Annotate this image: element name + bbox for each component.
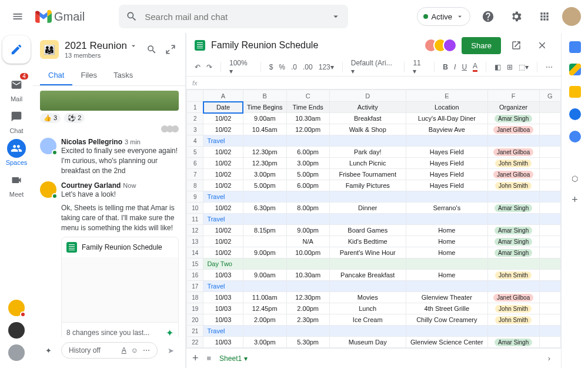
search-input[interactable] [145,12,323,22]
cell[interactable]: 3.00pm [286,158,329,169]
cell[interactable]: Home [406,270,487,281]
cell[interactable]: 5.00pm [243,180,286,191]
cell[interactable]: 5.00pm [286,169,329,180]
help-icon[interactable] [477,6,499,27]
col-header[interactable]: B [243,90,286,102]
mini-avatar[interactable] [8,300,25,316]
cell[interactable]: 6.00pm [286,180,329,191]
cell[interactable]: 10/02 [203,169,243,180]
table-row[interactable]: 15Day Two [187,258,561,270]
share-button[interactable]: Share [462,37,501,54]
header-cell[interactable]: Activity [329,102,406,113]
currency-icon[interactable]: $ [269,63,273,71]
cell[interactable]: Walk & Shop [329,124,406,135]
nav-spaces[interactable]: Spaces [0,137,33,168]
cell[interactable]: Home [406,225,487,236]
cell[interactable]: Movies [329,292,406,303]
col-header[interactable] [187,90,203,102]
table-row[interactable]: 1010/026.30pm8.00pmDinnerSerrano'sAmar S… [187,203,561,214]
reaction[interactable]: 👍 3 [40,113,61,123]
formula-bar[interactable]: fx [186,77,561,89]
cell[interactable]: Frisbee Tournament [329,169,406,180]
cell[interactable]: 6.30pm [243,203,286,214]
cell[interactable]: 10/02 [203,180,243,191]
cell[interactable]: Lunch Picnic [329,158,406,169]
cell[interactable]: 10/03 [203,270,243,281]
cell[interactable]: Ice Cream [329,314,406,326]
cell[interactable]: 9.00am [243,270,286,281]
cell[interactable]: 5.30pm [286,337,329,348]
table-row[interactable]: 9Travel [187,191,561,203]
table-row[interactable]: 1410/029.00pm10.00pmParent's Wine HourHo… [187,247,561,258]
table-row[interactable]: 510/0212.30pm6.00pmPark day!Hayes FieldJ… [187,147,561,158]
cell[interactable]: 10/02 [203,124,243,135]
cell[interactable]: Amar Singh [487,203,539,214]
reaction[interactable]: ⚽ 2 [64,113,85,123]
cell[interactable]: 3.00pm [243,169,286,180]
send-icon[interactable]: ➤ [162,342,179,359]
cell[interactable]: N/A [286,236,329,247]
tasks-icon[interactable] [569,108,581,120]
cell[interactable]: 3.00pm [243,337,286,348]
calendar-icon[interactable] [569,41,581,53]
drive-icon[interactable] [569,64,581,75]
cell[interactable]: 12.30pm [286,292,329,303]
sheet-tab[interactable]: Sheet1 ▾ [219,354,248,363]
cell[interactable]: Janet Gilboa [487,292,539,303]
cell[interactable]: 11.00am [243,292,286,303]
cell[interactable]: Glenview Theater [406,292,487,303]
contacts-icon[interactable] [569,131,581,142]
nav-meet[interactable]: Meet [0,168,33,200]
open-external-icon[interactable] [506,35,527,56]
gmail-logo[interactable]: Gmail [35,10,85,24]
table-row[interactable]: 310/0210.45am12.00pmWalk & ShopBayview A… [187,124,561,135]
cell[interactable]: Hayes Field [406,158,487,169]
fill-icon[interactable]: ◧ [495,63,501,71]
cell[interactable]: 6.00pm [286,147,329,158]
avatar[interactable] [40,138,56,154]
col-header[interactable]: D [329,90,406,102]
cell[interactable]: Amar Singh [487,113,539,124]
cell[interactable]: John Smith [487,314,539,326]
nav-mail[interactable]: Mail4 [0,73,33,105]
text-color-icon[interactable]: A [473,62,477,72]
cell[interactable]: 10/03 [203,314,243,326]
header-cell[interactable]: Organizer [487,102,539,113]
cell[interactable]: 10.30am [286,270,329,281]
cell[interactable]: 9.00am [243,113,286,124]
more-icon[interactable]: ⋯ [143,346,150,354]
cell[interactable]: Glenview Science Center [406,337,487,348]
cell[interactable]: Board Games [329,225,406,236]
apps-icon[interactable] [534,6,555,27]
col-header[interactable]: E [406,90,487,102]
cell[interactable]: 12.30pm [243,158,286,169]
tab-chat[interactable]: Chat [40,66,72,85]
cell[interactable]: 12.30pm [243,147,286,158]
cell[interactable]: 10/03 [203,303,243,314]
cell[interactable]: Lunch [329,303,406,314]
cell[interactable]: Serrano's [406,203,487,214]
table-row[interactable]: 1610/039.00am10.30amPancake BreakfastHom… [187,270,561,281]
cell[interactable]: Amar Singh [487,225,539,236]
col-header[interactable]: G [539,90,560,102]
cell[interactable]: Janet Gilboa [487,124,539,135]
addons-icon[interactable]: ⬡ [572,174,578,183]
format-icon[interactable]: A [122,346,126,354]
number-format[interactable]: 123▾ [319,63,334,71]
table-row[interactable]: 1310/02N/AKid's BedtimeHomeAmar Singh [187,236,561,247]
status-pill[interactable]: Active [417,7,470,26]
table-row[interactable]: 710/023.00pm5.00pmFrisbee TournamentHaye… [187,169,561,180]
cell[interactable]: John Smith [487,270,539,281]
cell[interactable]: Breakfast [329,113,406,124]
cell[interactable]: Janet Gilboa [487,169,539,180]
table-row[interactable]: 2210/033.00pm5.30pmMuseum DayGlenview Sc… [187,337,561,348]
cell[interactable]: 10/02 [203,247,243,258]
cell[interactable]: Hayes Field [406,147,487,158]
cell[interactable]: Parent's Wine Hour [329,247,406,258]
cell[interactable]: Amar Singh [487,236,539,247]
cell[interactable]: Bayview Ave [406,124,487,135]
cell[interactable]: Hayes Field [406,169,487,180]
avatar[interactable] [40,181,56,198]
cell[interactable]: Dinner [329,203,406,214]
cell[interactable]: 10.00pm [286,247,329,258]
